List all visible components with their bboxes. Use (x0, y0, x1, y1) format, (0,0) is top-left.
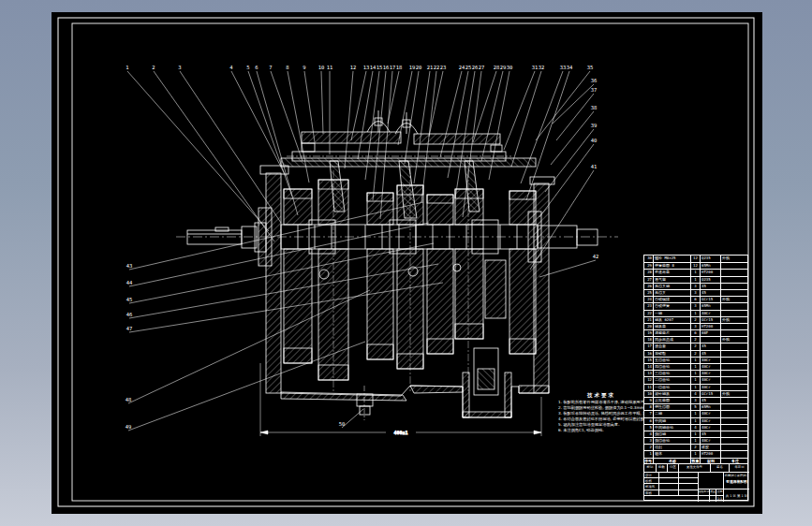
note-line: 6. 未注倒角C1, 锐边倒钝。 (558, 428, 644, 433)
parts-table-cell: 12 (644, 377, 654, 383)
parts-table-row: 10滚针轴承4GCr15外购 (644, 390, 747, 397)
parts-table-cell: 1 (691, 371, 701, 376)
technical-notes: 技术要求 1. 装配前所有零件用煤油清洗干净, 滚动轴承用汽油清洗。2. 齿轮副… (558, 392, 644, 432)
parts-table-cell: 12 (691, 256, 701, 262)
parts-table-cell: 一轴 (654, 311, 691, 316)
parts-table-cell: 1 (691, 277, 701, 283)
parts-table-cell: 外购 (721, 337, 748, 343)
parts-table-cell: 外购 (721, 317, 748, 323)
parts-table-cell: 换挡叉 (654, 290, 691, 296)
tb-sign: 签名 (710, 464, 729, 472)
parts-table-cell (721, 330, 748, 336)
parts-table-cell (721, 351, 748, 357)
parts-table-cell (721, 411, 748, 416)
parts-table-cell: 自锁钢球 (654, 297, 691, 302)
parts-table-cell: 23 (644, 303, 654, 309)
parts-table-row: 17接合套245 (644, 343, 747, 349)
parts-table-cell: 弹簧垫圈 8 (654, 263, 691, 269)
parts-table-row: 22一轴140Cr (644, 310, 747, 316)
parts-table-cell: 2 (691, 351, 701, 357)
note-line: 3. 装配后各轴转动灵活, 换挡时同步器工作平顺, 不得有卡滞现象。 (558, 411, 644, 416)
parts-table-cell: HT200 (701, 451, 721, 457)
parts-table-cell: 45 (701, 398, 721, 403)
tb-name-box (698, 472, 723, 489)
parts-table-cell: 接合套 (654, 343, 691, 349)
parts-table-row: 8弹性挡圈565Mn (644, 403, 747, 410)
parts-table-cell: 6 (691, 330, 701, 336)
parts-table-cell (721, 385, 748, 390)
parts-table-cell: 箱体 (654, 451, 691, 457)
parts-table-cell (721, 270, 748, 275)
parts-table-cell: 四挡齿轮 (654, 364, 691, 370)
note-line: 2. 齿轮副侧隙用铅丝检验, 侧隙值为0.1~0.3mm。 (558, 405, 644, 411)
parts-table-cell: 二挡齿轮 (654, 377, 691, 383)
title-block: 标记 处数 分区 更改文件号 签名 年月日 设计 校核 标准化 审核 机械设计课… (643, 463, 748, 501)
parts-table-cell: Q235 (701, 256, 721, 262)
parts-table-cell (721, 377, 748, 383)
tb-cell (698, 495, 709, 502)
parts-table-cell (721, 418, 748, 424)
parts-table-row: 3倒挡齿轮140Cr (644, 437, 747, 444)
parts-table-cell: 1 (691, 418, 701, 424)
parts-table-row: 27通气塞1Q235 (644, 276, 747, 283)
parts-table-cell: 4 (644, 431, 654, 437)
parts-table-cell: 45 (701, 284, 721, 289)
parts-table-row: 20轴承盖3HT200 (644, 323, 747, 329)
tb-scale-value: 1:1 (716, 495, 723, 502)
parts-table-row: 28变速器盖1HT200 (644, 269, 747, 275)
parts-table-row: 9止推垫圈345 (644, 397, 747, 403)
parts-table-cell: 12 (691, 263, 701, 269)
parts-table-cell: 40Cr (701, 425, 721, 431)
tb-cell (709, 495, 716, 502)
parts-table-cell: 换挡叉轴 (654, 284, 691, 289)
parts-table-row: 25换挡叉345 (644, 289, 747, 296)
parts-table-cell: 40Cr (701, 438, 721, 444)
parts-table-cell: 30 (644, 256, 654, 262)
parts-table-cell (721, 431, 748, 437)
parts-table-row: 19调整垫片608F (644, 329, 747, 336)
parts-table-cell (721, 451, 748, 457)
parts-table-cell: 28 (644, 270, 654, 275)
parts-table-cell (721, 311, 748, 316)
parts-table-cell: 一挡齿轮 (654, 385, 691, 390)
parts-table-cell: 外购 (721, 297, 748, 302)
parts-table-cell: 08F (701, 330, 721, 336)
parts-table-cell: 13 (644, 371, 654, 376)
parts-table-cell: 40Cr (701, 364, 721, 370)
parts-table-cell: 3 (644, 438, 654, 444)
parts-table-cell: 1 (691, 438, 701, 444)
parts-table-cell: 1 (691, 270, 701, 275)
parts-table-cell: 40Cr (701, 385, 721, 390)
parts-table-row: 5中间轴齿轮440Cr (644, 424, 747, 431)
parts-table-cell: 45 (701, 351, 721, 357)
parts-table-cell: 1 (691, 385, 701, 390)
parts-table-cell: 45 (701, 290, 721, 296)
parts-table-row: 4倒挡轴145 (644, 431, 747, 437)
parts-table-cell: 花键毂 (654, 351, 691, 357)
parts-table-cell: 同步器总成 (654, 337, 691, 343)
parts-table-cell (721, 303, 748, 309)
tb-sheet: 共 1 张 第 1 张 (723, 489, 749, 502)
parts-table-row: 13三挡齿轮140Cr (644, 370, 747, 376)
parts-table-cell: 二轴 (654, 411, 691, 416)
parts-table-cell (721, 290, 748, 296)
parts-table-cell: 2 (644, 445, 654, 450)
parts-table-cell: 40Cr (701, 377, 721, 383)
parts-table-cell: 3 (691, 324, 701, 329)
tb-org-title: 机械设计课程设计 变速器装配图 (723, 472, 749, 489)
parts-table-row: 30螺栓 M8×2512Q235外购 (644, 256, 747, 262)
cad-viewport: 400±1 1234567891011121314151617181920212… (0, 0, 812, 526)
parts-table-cell: 油封 (654, 445, 691, 450)
parts-table-row: 12二挡齿轮140Cr (644, 376, 747, 383)
tb-zone: 分区 (667, 464, 678, 472)
parts-table-cell: 10 (644, 391, 654, 397)
parts-table-cell: 止推垫圈 (654, 398, 691, 403)
parts-table-cell: 1 (691, 364, 701, 370)
parts-table-cell: 3 (691, 398, 701, 403)
parts-table-cell: 21 (644, 317, 654, 323)
parts-table-row: 11一挡齿轮140Cr (644, 384, 747, 390)
parts-table-cell: 4 (691, 425, 701, 431)
parts-table-cell (721, 263, 748, 269)
parts-table-cell: 滚针轴承 (654, 391, 691, 397)
tb-docno: 更改文件号 (678, 464, 710, 472)
